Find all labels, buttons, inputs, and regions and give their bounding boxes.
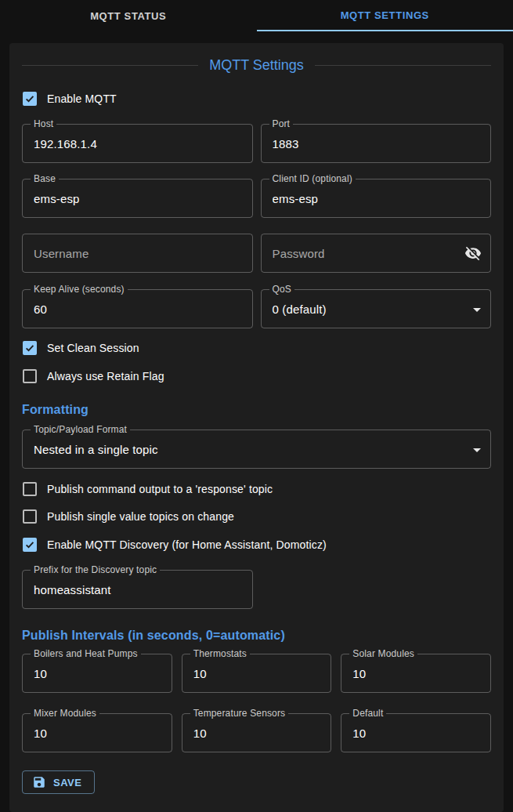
- page-title: MQTT Settings: [198, 57, 315, 74]
- interval-solar-label: Solar Modules: [349, 648, 417, 659]
- keep-alive-field-label: Keep Alive (seconds): [31, 284, 128, 295]
- topic-format-select[interactable]: Topic/Payload Format Nested in a single …: [22, 430, 491, 469]
- discovery-prefix-input[interactable]: [23, 571, 252, 608]
- port-field[interactable]: Port: [261, 124, 492, 163]
- tab-mqtt-settings[interactable]: MQTT SETTINGS: [257, 0, 513, 31]
- mqtt-discovery-checkbox[interactable]: Enable MQTT Discovery (for Home Assistan…: [22, 537, 491, 553]
- divider-line: [315, 65, 491, 66]
- checkbox-label: Publish single value topics on change: [47, 510, 234, 523]
- checkbox-icon[interactable]: [23, 482, 37, 496]
- password-field[interactable]: [261, 234, 492, 273]
- tab-mqtt-settings-label: MQTT SETTINGS: [341, 9, 429, 21]
- interval-boilers-field[interactable]: Boilers and Heat Pumps: [22, 654, 172, 693]
- publish-single-checkbox[interactable]: Publish single value topics on change: [22, 509, 491, 524]
- formatting-heading: Formatting: [22, 403, 491, 417]
- checkbox-icon[interactable]: [23, 369, 37, 383]
- keep-alive-field[interactable]: Keep Alive (seconds): [22, 289, 253, 328]
- qos-select[interactable]: QoS 0 (default): [261, 289, 492, 328]
- host-field-label: Host: [31, 118, 56, 129]
- enable-mqtt-checkbox[interactable]: Enable MQTT: [22, 91, 491, 107]
- mqtt-settings-panel: MQTT Settings Enable MQTT Host Port Base…: [9, 43, 504, 812]
- tab-mqtt-status-label: MQTT STATUS: [90, 10, 166, 22]
- clean-session-checkbox[interactable]: Set Clean Session: [22, 340, 491, 356]
- interval-solar-input[interactable]: [341, 654, 490, 692]
- title-divider: MQTT Settings: [22, 57, 491, 74]
- interval-mixer-field[interactable]: Mixer Modules: [22, 713, 172, 752]
- interval-default-field[interactable]: Default: [341, 713, 491, 752]
- retain-flag-checkbox[interactable]: Always use Retain Flag: [22, 368, 491, 384]
- interval-temperature-input[interactable]: [182, 714, 331, 752]
- interval-boilers-input[interactable]: [23, 654, 172, 692]
- visibility-off-icon[interactable]: [464, 244, 482, 263]
- port-field-label: Port: [269, 118, 294, 129]
- qos-select-label: QoS: [269, 284, 294, 295]
- host-field[interactable]: Host: [22, 124, 253, 163]
- interval-thermostats-label: Thermostats: [190, 648, 250, 659]
- arrow-drop-down-icon: [473, 448, 481, 452]
- keep-alive-input[interactable]: [23, 290, 252, 328]
- checkbox-label: Enable MQTT: [47, 92, 117, 105]
- interval-thermostats-field[interactable]: Thermostats: [182, 654, 332, 693]
- client-id-field[interactable]: Client ID (optional): [261, 179, 492, 218]
- port-input[interactable]: [262, 125, 491, 162]
- interval-thermostats-input[interactable]: [182, 654, 331, 692]
- topic-format-selected-value: Nested in a single topic: [23, 430, 490, 468]
- checkbox-icon[interactable]: [23, 341, 37, 355]
- save-button-label: SAVE: [53, 777, 81, 788]
- client-id-field-label: Client ID (optional): [269, 173, 356, 184]
- username-input[interactable]: [23, 234, 252, 272]
- password-input[interactable]: [262, 234, 491, 272]
- base-field-label: Base: [31, 173, 59, 184]
- interval-temperature-field[interactable]: Temperature Sensors: [182, 713, 332, 752]
- interval-boilers-label: Boilers and Heat Pumps: [31, 648, 141, 659]
- publish-intervals-heading: Publish Intervals (in seconds, 0=automat…: [22, 629, 491, 643]
- username-field[interactable]: [22, 234, 253, 273]
- discovery-prefix-field-label: Prefix for the Discovery topic: [31, 564, 160, 575]
- host-input[interactable]: [23, 125, 252, 162]
- qos-selected-value: 0 (default): [262, 290, 491, 328]
- interval-default-label: Default: [349, 708, 386, 719]
- checkbox-icon[interactable]: [23, 509, 37, 524]
- base-input[interactable]: [23, 179, 252, 217]
- save-button[interactable]: SAVE: [22, 770, 95, 794]
- tab-bar: MQTT STATUS MQTT SETTINGS: [0, 0, 513, 31]
- topic-format-select-label: Topic/Payload Format: [31, 424, 130, 435]
- discovery-prefix-field[interactable]: Prefix for the Discovery topic: [22, 570, 253, 609]
- tab-mqtt-status[interactable]: MQTT STATUS: [0, 0, 257, 31]
- save-icon: [32, 775, 46, 789]
- checkbox-icon[interactable]: [23, 92, 37, 106]
- base-field[interactable]: Base: [22, 179, 253, 218]
- publish-response-checkbox[interactable]: Publish command output to a 'response' t…: [22, 481, 491, 497]
- divider-line: [22, 65, 198, 66]
- checkbox-label: Always use Retain Flag: [47, 370, 164, 382]
- checkbox-label: Enable MQTT Discovery (for Home Assistan…: [47, 538, 327, 551]
- interval-mixer-input[interactable]: [23, 714, 172, 752]
- checkbox-label: Set Clean Session: [47, 342, 139, 354]
- interval-default-input[interactable]: [341, 714, 490, 752]
- interval-solar-field[interactable]: Solar Modules: [341, 654, 491, 693]
- interval-mixer-label: Mixer Modules: [31, 708, 99, 719]
- arrow-drop-down-icon: [473, 308, 481, 312]
- checkbox-label: Publish command output to a 'response' t…: [47, 483, 273, 495]
- client-id-input[interactable]: [262, 179, 491, 217]
- checkbox-icon[interactable]: [23, 538, 37, 552]
- interval-temperature-label: Temperature Sensors: [190, 708, 289, 719]
